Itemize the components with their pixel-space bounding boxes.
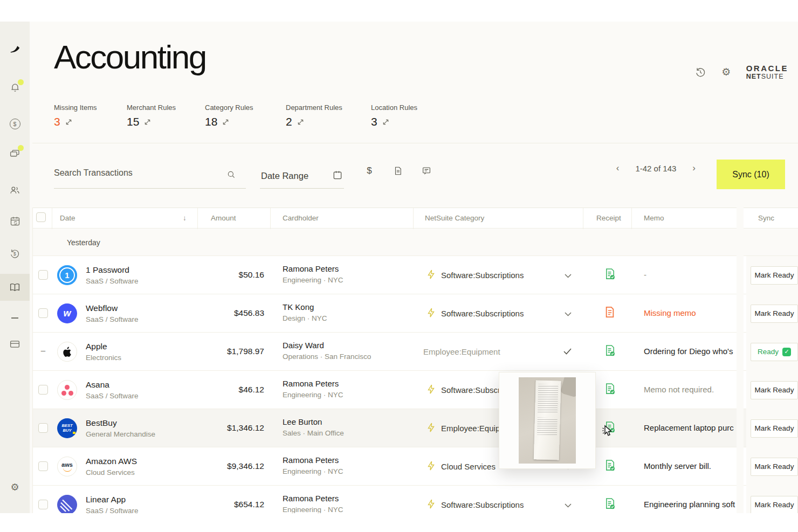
row-checkbox[interactable] (38, 461, 48, 471)
row-dash-indicator: – (41, 346, 45, 355)
sidebar-item-cashback[interactable]: $ (0, 241, 30, 265)
memo[interactable]: Monthly server bill. (644, 461, 737, 471)
mark-ready-button[interactable]: Mark Ready (751, 496, 798, 514)
amount: $9,346.12 (170, 461, 264, 471)
row-select[interactable]: – (36, 346, 50, 355)
row-select[interactable] (36, 308, 50, 320)
netsuite-category-cell[interactable]: Software:Subscriptions (416, 294, 586, 333)
column-memo[interactable]: Memo (644, 214, 664, 222)
column-sync[interactable]: Sync (758, 214, 774, 222)
mark-ready-button[interactable]: Mark Ready (751, 266, 798, 285)
sidebar-item-settings[interactable]: ⚙ (0, 475, 30, 499)
sort-desc-icon[interactable]: ↓ (183, 214, 187, 222)
table-row[interactable]: – Apple Electronics $1,798.97 Daisy Ward… (33, 333, 798, 371)
memo[interactable]: Missing memo (644, 308, 737, 317)
column-date[interactable]: Date (60, 214, 79, 222)
receipt-approved-icon[interactable] (604, 459, 616, 474)
row-select[interactable] (36, 270, 50, 282)
receipt-approved-icon[interactable] (604, 498, 616, 513)
column-amount[interactable]: Amount (211, 214, 236, 222)
netsuite-category-cell[interactable]: Software:Subscriptions (416, 256, 586, 294)
row-select[interactable] (36, 423, 50, 435)
table-row[interactable]: 1 1 Password SaaS / Software $50.16 Ramo… (33, 256, 798, 294)
cardholder-cell: TK Kong Design · NYC (283, 302, 327, 322)
row-checkbox[interactable] (38, 270, 48, 280)
expand-icon[interactable] (382, 115, 389, 128)
memo[interactable]: Ordering for Diego who's (644, 347, 737, 356)
sidebar-item-cards[interactable] (0, 141, 30, 165)
row-select[interactable] (36, 500, 50, 512)
expand-icon[interactable] (144, 115, 151, 128)
receipt-approved-icon[interactable] (604, 344, 616, 360)
memo[interactable]: - (644, 270, 737, 279)
mark-ready-button[interactable]: Mark Ready (751, 305, 798, 323)
receipt-preview-popup[interactable] (499, 372, 596, 469)
memo[interactable]: Memo not required. (644, 385, 737, 394)
receipt-approved-icon[interactable] (604, 383, 616, 398)
search-input[interactable] (54, 161, 225, 178)
receipt-missing-icon[interactable] (604, 306, 615, 321)
next-page-chevron[interactable]: › (692, 163, 696, 174)
sidebar-item-accounting[interactable] (0, 275, 30, 299)
asana-logo (57, 380, 77, 400)
column-receipt[interactable]: Receipt (596, 214, 621, 222)
expand-icon[interactable] (222, 115, 229, 128)
row-checkbox[interactable] (38, 500, 48, 509)
mark-ready-button[interactable]: Mark Ready (751, 381, 798, 399)
merchant-cell: Linear App SaaS / Software (57, 486, 139, 513)
table-row[interactable]: Asana SaaS / Software $46.12 Ramona Pete… (33, 371, 798, 409)
history-icon[interactable] (694, 66, 706, 78)
settings-gear-icon[interactable]: ⚙ (720, 66, 732, 78)
table-row[interactable]: aws Amazon AWS Cloud Services $9,346.12 … (33, 447, 798, 486)
memo[interactable]: Replacement laptop purc (644, 423, 737, 432)
receipt-filter-icon[interactable] (392, 165, 404, 177)
sidebar-item-people[interactable] (0, 178, 30, 202)
expand-icon[interactable] (65, 115, 72, 128)
table-row[interactable]: w Webflow SaaS / Software $456.83 TK Kon… (33, 294, 798, 333)
stat-department-rules[interactable]: Department Rules 2 (286, 103, 371, 128)
sync-cell: Ready ✓ (746, 333, 798, 371)
table-row[interactable]: Linear App SaaS / Software $654.12 Ramon… (33, 486, 798, 513)
row-checkbox[interactable] (38, 308, 48, 318)
receipt-cell[interactable] (586, 256, 634, 294)
amount-filter-icon[interactable]: $ (363, 165, 375, 177)
expand-icon[interactable] (297, 115, 304, 128)
select-all-checkbox[interactable] (36, 212, 46, 222)
stat-category-rules[interactable]: Category Rules 18 (205, 103, 286, 128)
column-cardholder[interactable]: Cardholder (283, 214, 319, 222)
sidebar-item-notifications[interactable] (0, 75, 30, 99)
row-checkbox[interactable] (38, 423, 48, 433)
receipt-approved-icon[interactable] (604, 268, 616, 283)
sidebar-item-payments[interactable]: $ (0, 112, 30, 136)
chevron-down-icon[interactable] (565, 500, 572, 510)
receipt-cell[interactable] (586, 333, 634, 371)
mark-ready-button[interactable]: Mark Ready (751, 458, 798, 476)
cardholder-dept: Engineering · NYC (283, 276, 343, 284)
sidebar-item-more[interactable] (0, 306, 30, 330)
sync-button[interactable]: Sync (10) (717, 160, 785, 189)
column-netsuite-category[interactable]: NetSuite Category (425, 214, 484, 222)
chevron-down-icon[interactable] (565, 309, 572, 319)
stat-location-rules[interactable]: Location Rules 3 (371, 103, 446, 128)
mark-ready-button[interactable]: Mark Ready (751, 419, 798, 438)
memo[interactable]: Engineering planning soft (644, 500, 737, 509)
table-row[interactable]: BESTBUY BestBuy General Merchandise $1,3… (33, 409, 798, 447)
prev-page-chevron[interactable]: ‹ (616, 163, 620, 174)
stat-missing-items[interactable]: Missing Items 3 (54, 103, 127, 128)
sidebar-item-card[interactable] (0, 332, 30, 356)
date-group-label: Yesterday (67, 238, 100, 247)
date-range-filter[interactable]: Date Range (260, 161, 344, 189)
ready-button[interactable]: Ready ✓ (751, 343, 798, 361)
stat-merchant-rules[interactable]: Merchant Rules 15 (127, 103, 205, 128)
row-select[interactable] (36, 461, 50, 473)
memo-filter-icon[interactable] (421, 165, 432, 177)
row-checkbox[interactable] (38, 385, 48, 395)
netsuite-category-cell[interactable]: Software:Subscriptions (416, 486, 586, 513)
sidebar-item-schedule[interactable] (0, 209, 30, 233)
chevron-down-icon[interactable] (565, 271, 572, 280)
receipt-cell[interactable] (586, 294, 634, 333)
netsuite-category-cell[interactable]: Employee:Equipment (416, 333, 586, 371)
receipt-cell[interactable] (586, 486, 634, 513)
sidebar-item-home[interactable] (0, 38, 30, 61)
row-select[interactable] (36, 385, 50, 397)
